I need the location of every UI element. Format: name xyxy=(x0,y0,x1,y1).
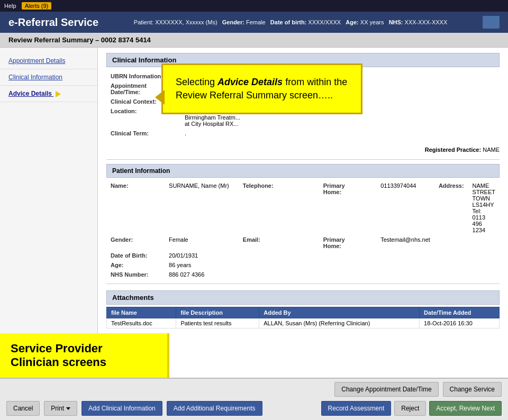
nhs-label: NHS: xyxy=(389,19,403,25)
attach-filename: TestResults.doc xyxy=(107,318,176,328)
top-bar: Help Alerts (9) xyxy=(0,0,508,12)
reject-btn[interactable]: Reject xyxy=(394,401,426,416)
gender-field-value: Female xyxy=(165,235,239,251)
email-label: Email: xyxy=(239,235,300,251)
clinical-term-value: . xyxy=(180,129,500,138)
callout-box: Selecting Advice Details from within the… xyxy=(161,63,362,114)
change-service-btn[interactable]: Change Service xyxy=(443,382,502,397)
add-requirements-btn[interactable]: Add Additional Requirements xyxy=(167,401,262,416)
gender-field-label: Gender: xyxy=(106,235,165,251)
print-btn[interactable]: Print xyxy=(44,401,77,416)
registered-practice-label: Registered Practice: xyxy=(425,147,481,153)
col-description: file Description xyxy=(176,307,259,318)
col-dateadded: Date/Time Added xyxy=(420,307,500,318)
sidebar-item-advice[interactable]: Advice Details xyxy=(0,86,97,102)
age-value: XX years xyxy=(360,19,384,25)
registered-practice-value: NAME xyxy=(483,147,500,153)
col-addedby: Added By xyxy=(259,307,420,318)
bottom-left-buttons: Cancel Print Add Clinical Information Ad… xyxy=(6,401,262,416)
patient-label: Patient: xyxy=(134,19,153,25)
callout-arrow-icon xyxy=(155,90,165,105)
email-value: Testemail@nhs.net xyxy=(376,235,434,251)
callout-italic: Advice Details xyxy=(217,77,283,87)
add-clinical-btn[interactable]: Add Clinical Information xyxy=(81,401,162,416)
sidebar-item-clinical[interactable]: Clinical Information xyxy=(0,69,97,86)
accept-review-btn[interactable]: Accept, Review Next xyxy=(429,401,502,416)
gender-value: Female xyxy=(246,19,266,25)
clinical-term-label: Clinical Term: xyxy=(106,129,180,138)
attachments-table: file Name file Description Added By Date… xyxy=(106,307,500,328)
telephone-value: 01133974044 xyxy=(376,181,434,235)
dob-field-value: 20/01/1931 xyxy=(165,251,239,260)
sidebar: Appointment Details Clinical Information… xyxy=(0,48,98,371)
banner-line2: Clinician screens xyxy=(11,355,106,369)
address-label: Address: xyxy=(434,181,468,235)
age-field-value: 86 years xyxy=(165,260,239,270)
age-label: Age: xyxy=(346,19,358,25)
page-title: Review Referral Summary – 0002 8374 5414 xyxy=(0,33,508,48)
gender-label: Gender: xyxy=(222,19,244,25)
bottom-action-bar: Change Appointment Date/Time Change Serv… xyxy=(0,378,508,420)
patient-detail-table: Name: SURNAME, Name (Mr) Telephone: Prim… xyxy=(106,181,500,279)
sidebar-item-appointment[interactable]: Appointment Details xyxy=(0,53,97,69)
attach-description: Patients test results xyxy=(176,318,259,328)
record-assessment-btn[interactable]: Record Assessment xyxy=(321,401,392,416)
age-field-label: Age: xyxy=(106,260,165,270)
patient-title: (Ms) xyxy=(206,19,217,25)
name-label: Name: xyxy=(106,181,165,235)
patient-info-header: Patient Information xyxy=(106,164,500,178)
sidebar-arrow-icon xyxy=(56,91,61,97)
bottom-right-buttons: Record Assessment Reject Accept, Review … xyxy=(321,401,502,416)
app-title: e-Referral Service xyxy=(8,16,98,29)
dob-label: Date of birth: xyxy=(270,19,306,25)
attachments-header: Attachments xyxy=(106,290,500,305)
telephone-label: Telephone: xyxy=(239,181,300,235)
registered-practice-row: Registered Practice: NAME xyxy=(106,144,500,155)
table-row: TestResults.doc Patients test results AL… xyxy=(107,318,500,328)
address-value: NAMESTREETTOWNLS14HYTel: 0113 496 1234 xyxy=(468,181,500,235)
main-content: Appointment Details Clinical Information… xyxy=(0,48,508,371)
patient-info-bar: Patient: XXXXXXX, Xxxxxx (Ms) Gender: Fe… xyxy=(134,19,447,25)
nhs-field-label: NHS Number: xyxy=(106,270,165,279)
app-header: e-Referral Service Patient: XXXXXXX, Xxx… xyxy=(0,12,508,33)
header-action-btn[interactable] xyxy=(483,16,500,29)
bottom-row1: Change Appointment Date/Time Change Serv… xyxy=(0,379,508,399)
dob-field-label: Date of Birth: xyxy=(106,251,165,260)
name-value: SURNAME, Name (Mr) xyxy=(165,181,239,235)
banner-line1: Service Provider xyxy=(11,342,103,355)
nhs-value: XXX-XXX-XXXX xyxy=(405,19,448,25)
bottom-row2: Cancel Print Add Clinical Information Ad… xyxy=(0,399,508,420)
col-filename: file Name xyxy=(107,307,176,318)
bottom-banner: Service Provider Clinician screens xyxy=(0,333,169,378)
content-area: Clinical Information UBRN Information Ap… xyxy=(98,48,508,371)
nhs-field-value: 886 027 4366 xyxy=(165,270,239,279)
patient-name: XXXXXXX, Xxxxxx xyxy=(155,19,204,25)
change-appointment-btn[interactable]: Change Appointment Date/Time xyxy=(334,382,438,397)
attach-date: 18-Oct-2016 16:30 xyxy=(420,318,500,328)
callout-text1: Selecting xyxy=(176,77,217,87)
help-link[interactable]: Help xyxy=(4,3,16,9)
attach-addedby: ALLAN, Susan (Mrs) (Referring Clinician) xyxy=(259,318,420,328)
dob-value: XXXX/XXXX xyxy=(308,19,341,25)
print-dropdown-icon xyxy=(66,407,70,410)
alerts-badge[interactable]: Alerts (9) xyxy=(22,2,52,10)
cancel-btn[interactable]: Cancel xyxy=(6,401,40,416)
